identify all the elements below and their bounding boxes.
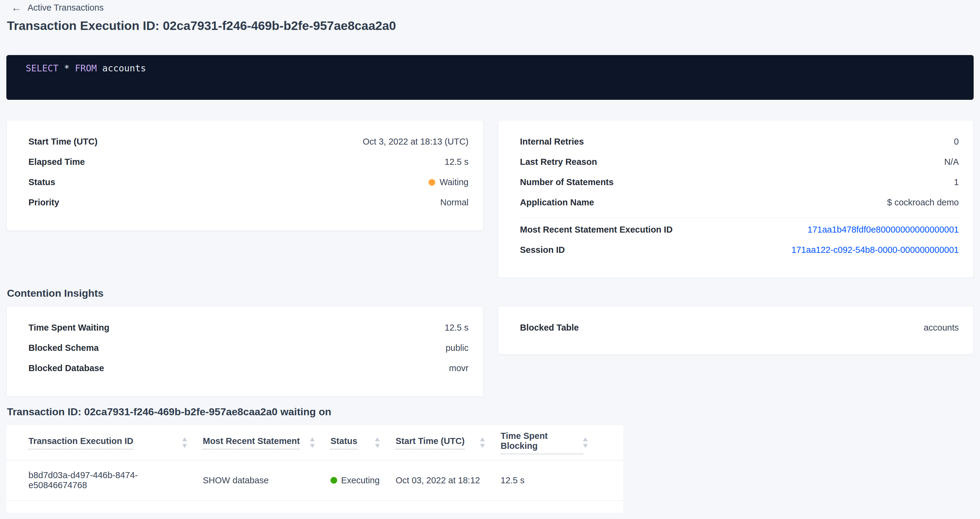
statement-execution-id-link[interactable]: 171aa1b478fdf0e80000000000000001 <box>808 225 959 235</box>
card-divider <box>520 217 959 218</box>
column-header-label: Most Recent Statement <box>203 436 300 449</box>
blocked-database-row: Blocked Database movr <box>29 358 469 378</box>
session-id-link[interactable]: 171aa122-c092-54b8-0000-000000000001 <box>791 245 959 255</box>
sort-down-icon <box>182 444 187 448</box>
waiting-on-table: Transaction Execution ID Most Recent Sta… <box>6 425 623 513</box>
sort-up-icon <box>310 437 315 441</box>
sql-statement: SELECT * FROM accounts <box>26 63 146 73</box>
overview-card: Start Time (UTC) Oct 3, 2022 at 18:13 (U… <box>6 120 483 231</box>
executing-status-dot-icon <box>331 477 337 484</box>
status-badge: Executing <box>341 475 380 486</box>
last-retry-reason-row: Last Retry Reason N/A <box>520 152 959 172</box>
table-header-row: Transaction Execution ID Most Recent Sta… <box>6 425 623 460</box>
column-header-most-recent-statement[interactable]: Most Recent Statement <box>203 436 331 449</box>
blocked-table-label: Blocked Table <box>520 323 579 333</box>
cell-transaction-execution-id: b8d7d03a-d497-446b-8474-e50846674768 <box>29 470 203 490</box>
cell-status: Executing <box>331 475 396 486</box>
blocked-database-label: Blocked Database <box>29 363 104 373</box>
session-id-label: Session ID <box>520 245 565 255</box>
cell-most-recent-statement: SHOW database <box>203 475 331 486</box>
sql-star: * <box>59 63 75 73</box>
start-time-row: Start Time (UTC) Oct 3, 2022 at 18:13 (U… <box>29 132 469 152</box>
sort-icon[interactable] <box>583 437 588 448</box>
time-spent-waiting-label: Time Spent Waiting <box>29 323 109 333</box>
internal-retries-label: Internal Retries <box>520 137 584 147</box>
waiting-status-dot-icon <box>429 179 435 186</box>
back-link-label: Active Transactions <box>27 3 103 13</box>
transaction-details-page: ← Active Transactions Transaction Execut… <box>0 0 980 519</box>
column-header-status[interactable]: Status <box>331 436 396 449</box>
statement-execution-id-row: Most Recent Statement Execution ID 171aa… <box>520 220 959 240</box>
application-name-row: Application Name $ cockroach demo <box>520 192 959 213</box>
elapsed-time-label: Elapsed Time <box>29 157 85 167</box>
column-header-label: Status <box>331 436 358 449</box>
sort-up-icon <box>480 437 485 441</box>
application-name-label: Application Name <box>520 197 594 208</box>
column-header-start-time[interactable]: Start Time (UTC) <box>396 436 501 449</box>
number-of-statements-row: Number of Statements 1 <box>520 172 959 192</box>
status-label: Status <box>29 177 56 187</box>
start-time-value: Oct 3, 2022 at 18:13 (UTC) <box>363 137 469 147</box>
sql-keyword-select: SELECT <box>26 63 59 73</box>
statement-execution-id-label: Most Recent Statement Execution ID <box>520 225 673 235</box>
column-header-time-spent-blocking[interactable]: Time Spent Blocking <box>501 431 603 454</box>
status-row: Status Waiting <box>29 172 469 192</box>
sort-down-icon <box>375 444 380 448</box>
sort-up-icon <box>182 437 187 441</box>
blocked-table-row: Blocked Table accounts <box>520 317 959 338</box>
back-link[interactable]: ← Active Transactions <box>11 2 103 13</box>
status-badge: Waiting <box>439 177 469 187</box>
column-header-transaction-execution-id[interactable]: Transaction Execution ID <box>29 436 203 449</box>
sort-down-icon <box>583 444 588 448</box>
sql-table-name: accounts <box>97 63 146 73</box>
contention-insights-heading: Contention Insights <box>7 287 103 299</box>
application-name-value: $ cockroach demo <box>887 197 959 208</box>
session-id-row: Session ID 171aa122-c092-54b8-0000-00000… <box>520 240 959 260</box>
sort-icon[interactable] <box>310 437 315 448</box>
status-value: Waiting <box>429 177 469 187</box>
time-spent-waiting-value: 12.5 s <box>445 323 469 333</box>
blocked-table-value: accounts <box>924 323 959 333</box>
page-title: Transaction Execution ID: 02ca7931-f246-… <box>7 19 396 33</box>
number-of-statements-label: Number of Statements <box>520 177 614 187</box>
cell-time-spent-blocking: 12.5 s <box>501 475 603 486</box>
sort-icon[interactable] <box>480 437 485 448</box>
sort-up-icon <box>375 437 380 441</box>
blocked-database-value: movr <box>449 363 469 373</box>
column-header-label: Time Spent Blocking <box>501 431 583 454</box>
elapsed-time-value: 12.5 s <box>445 157 469 167</box>
sort-down-icon <box>480 444 485 448</box>
column-header-label: Transaction Execution ID <box>29 436 133 449</box>
sql-statement-box: SELECT * FROM accounts <box>6 55 974 100</box>
blocked-schema-row: Blocked Schema public <box>29 338 469 358</box>
sort-icon[interactable] <box>375 437 380 448</box>
contention-right-card: Blocked Table accounts <box>498 306 974 354</box>
table-row: b8d7d03a-d497-446b-8474-e50846674768 SHO… <box>6 460 623 500</box>
waiting-on-heading: Transaction ID: 02ca7931-f246-469b-b2fe-… <box>7 406 331 418</box>
sort-icon[interactable] <box>182 437 187 448</box>
sort-down-icon <box>310 444 315 448</box>
start-time-label: Start Time (UTC) <box>29 137 97 147</box>
priority-value: Normal <box>441 197 469 208</box>
column-header-label: Start Time (UTC) <box>396 436 465 449</box>
last-retry-reason-value: N/A <box>944 157 959 167</box>
sort-up-icon <box>583 437 588 441</box>
number-of-statements-value: 1 <box>954 177 959 187</box>
priority-label: Priority <box>29 197 59 208</box>
sql-keyword-from: FROM <box>75 63 97 73</box>
internal-retries-row: Internal Retries 0 <box>520 132 959 152</box>
last-retry-reason-label: Last Retry Reason <box>520 157 597 167</box>
blocked-schema-label: Blocked Schema <box>29 343 99 353</box>
time-spent-waiting-row: Time Spent Waiting 12.5 s <box>29 317 469 338</box>
elapsed-time-row: Elapsed Time 12.5 s <box>29 152 469 172</box>
back-arrow-icon: ← <box>11 2 21 13</box>
priority-row: Priority Normal <box>29 192 469 213</box>
contention-left-card: Time Spent Waiting 12.5 s Blocked Schema… <box>6 306 483 397</box>
details-card: Internal Retries 0 Last Retry Reason N/A… <box>498 120 974 278</box>
internal-retries-value: 0 <box>954 137 959 147</box>
cell-start-time: Oct 03, 2022 at 18:12 <box>396 475 501 486</box>
blocked-schema-value: public <box>445 343 469 353</box>
